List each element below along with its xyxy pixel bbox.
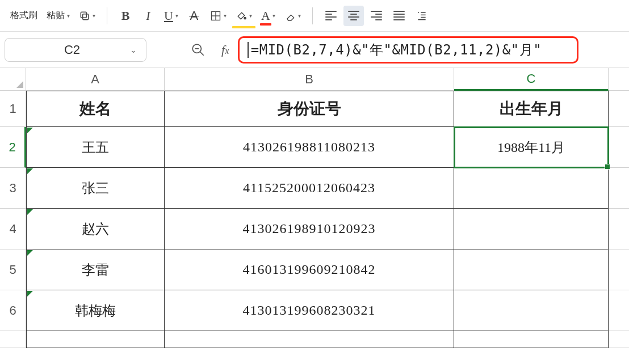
column-header-overflow[interactable] bbox=[609, 68, 629, 91]
align-left-button[interactable] bbox=[321, 6, 341, 26]
cell-a5[interactable]: 李雷 bbox=[26, 249, 165, 290]
svg-line-12 bbox=[200, 52, 204, 56]
row-header-5[interactable]: 5 bbox=[0, 249, 26, 290]
copy-icon bbox=[79, 10, 90, 22]
cell-d1[interactable] bbox=[609, 91, 629, 127]
chevron-down-icon: ⌄ bbox=[130, 45, 137, 54]
name-box[interactable]: C2 ⌄ bbox=[5, 38, 146, 62]
align-right-button[interactable] bbox=[366, 6, 387, 26]
paint-bucket-icon bbox=[236, 10, 247, 22]
chevron-down-icon: ▾ bbox=[93, 12, 95, 19]
text-cursor bbox=[248, 42, 249, 58]
format-painter-label: 格式刷 bbox=[10, 10, 37, 22]
divider bbox=[107, 7, 107, 24]
zoom-out-button[interactable] bbox=[186, 38, 210, 62]
align-justify-icon bbox=[393, 11, 405, 20]
align-center-button[interactable] bbox=[343, 6, 364, 26]
align-justify-button[interactable] bbox=[389, 6, 409, 26]
row-header-3[interactable]: 3 bbox=[0, 168, 26, 209]
paste-label: 粘贴 bbox=[47, 10, 65, 22]
zoom-out-icon bbox=[191, 43, 206, 57]
chevron-down-icon: ▾ bbox=[224, 12, 227, 19]
cell-d7[interactable] bbox=[609, 331, 629, 348]
align-right-icon bbox=[371, 11, 382, 20]
divider bbox=[312, 7, 313, 24]
cell-c4[interactable] bbox=[454, 209, 609, 249]
indent-button[interactable] bbox=[412, 6, 432, 26]
row-header-7[interactable] bbox=[0, 331, 26, 348]
cell-a3[interactable]: 张三 bbox=[26, 168, 165, 209]
cell-b3[interactable]: 411525200012060423 bbox=[165, 168, 454, 209]
cell-d6[interactable] bbox=[609, 290, 629, 331]
format-painter-button[interactable]: 格式刷 bbox=[7, 6, 41, 26]
sheet[interactable]: A B C 1 姓名 身份证号 出生年月 2 王五 41302619881108… bbox=[0, 68, 629, 364]
fx-icon[interactable]: fx bbox=[221, 43, 229, 57]
cell-a1[interactable]: 姓名 bbox=[26, 91, 165, 127]
cell-b7[interactable] bbox=[165, 331, 454, 348]
cell-c6[interactable] bbox=[454, 290, 609, 331]
cell-d5[interactable] bbox=[609, 249, 629, 290]
underline-button[interactable]: U ▾ bbox=[161, 6, 182, 26]
cell-a7[interactable] bbox=[26, 331, 165, 348]
cell-c5[interactable] bbox=[454, 249, 609, 290]
toolbar: 格式刷 粘贴 ▾ ▾ B I U ▾ A ▾ bbox=[0, 0, 629, 32]
svg-point-5 bbox=[244, 17, 246, 19]
column-header-a[interactable]: A bbox=[26, 68, 165, 91]
borders-button[interactable]: ▾ bbox=[207, 6, 230, 26]
underline-icon: U bbox=[164, 9, 173, 23]
strikethrough-icon: A bbox=[190, 9, 199, 23]
cell-d4[interactable] bbox=[609, 209, 629, 249]
cell-c3[interactable] bbox=[454, 168, 609, 209]
cell-c7[interactable] bbox=[454, 331, 609, 348]
chevron-down-icon: ▾ bbox=[175, 12, 178, 19]
highlight-color-button[interactable]: ▾ bbox=[232, 6, 255, 26]
cell-b5[interactable]: 416013199609210842 bbox=[165, 249, 454, 290]
formula-bar-value: =MID(B2,7,4)&"年"&MID(B2,11,2)&"月" bbox=[251, 41, 542, 59]
highlight-color-swatch bbox=[232, 26, 255, 28]
font-color-swatch bbox=[260, 23, 271, 26]
cell-c2[interactable]: 1988年11月 bbox=[454, 127, 609, 168]
font-color-button[interactable]: A ▾ bbox=[258, 6, 279, 26]
cell-a6[interactable]: 韩梅梅 bbox=[26, 290, 165, 331]
paste-button[interactable]: 粘贴 ▾ bbox=[43, 6, 73, 26]
chevron-down-icon: ▾ bbox=[249, 12, 252, 19]
column-header-b[interactable]: B bbox=[165, 68, 454, 91]
eraser-icon bbox=[284, 10, 296, 22]
indent-icon bbox=[416, 10, 427, 22]
cell-b6[interactable]: 413013199608230321 bbox=[165, 290, 454, 331]
cell-d3[interactable] bbox=[609, 168, 629, 209]
row-header-1[interactable]: 1 bbox=[0, 91, 26, 127]
chevron-down-icon: ▾ bbox=[298, 12, 301, 19]
borders-icon bbox=[210, 10, 221, 22]
font-color-icon: A bbox=[261, 9, 270, 23]
cell-a4[interactable]: 赵六 bbox=[26, 209, 165, 249]
cell-c1[interactable]: 出生年月 bbox=[454, 91, 609, 127]
row-header-6[interactable]: 6 bbox=[0, 290, 26, 331]
cell-b2[interactable]: 413026198811080213 bbox=[165, 127, 454, 168]
row-header-4[interactable]: 4 bbox=[0, 209, 26, 249]
bold-icon: B bbox=[121, 9, 130, 23]
cell-d2[interactable] bbox=[609, 127, 629, 168]
align-center-icon bbox=[348, 11, 359, 20]
name-box-value: C2 bbox=[14, 43, 130, 57]
column-header-c[interactable]: C bbox=[454, 68, 609, 91]
italic-icon: I bbox=[146, 9, 150, 23]
select-all-corner[interactable] bbox=[0, 68, 26, 91]
formula-bar[interactable]: =MID(B2,7,4)&"年"&MID(B2,11,2)&"月" bbox=[238, 36, 578, 64]
italic-button[interactable]: I bbox=[138, 6, 158, 26]
cell-b1[interactable]: 身份证号 bbox=[165, 91, 454, 127]
bold-button[interactable]: B bbox=[115, 6, 136, 26]
svg-rect-0 bbox=[83, 14, 89, 19]
eraser-button[interactable]: ▾ bbox=[281, 6, 304, 26]
chevron-down-icon: ▾ bbox=[272, 12, 275, 19]
chevron-down-icon: ▾ bbox=[67, 12, 70, 19]
svg-rect-1 bbox=[81, 12, 86, 18]
formula-row: C2 ⌄ fx =MID(B2,7,4)&"年"&MID(B2,11,2)&"月… bbox=[0, 32, 629, 68]
cell-b4[interactable]: 413026198910120923 bbox=[165, 209, 454, 249]
align-left-icon bbox=[325, 11, 337, 20]
cell-a2[interactable]: 王五 bbox=[26, 127, 165, 168]
row-header-2[interactable]: 2 bbox=[0, 127, 26, 168]
copy-button[interactable]: ▾ bbox=[76, 6, 99, 26]
strikethrough-button[interactable]: A bbox=[184, 6, 204, 26]
